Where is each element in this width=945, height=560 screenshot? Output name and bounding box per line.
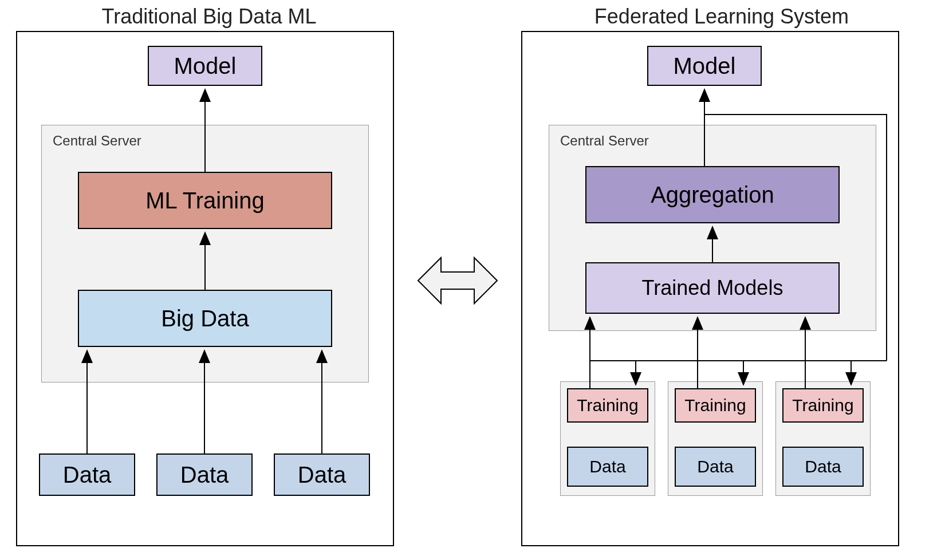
aggregation-label: Aggregation <box>651 182 774 208</box>
client-1-training-label: Training <box>577 396 638 415</box>
right-model-label: Model <box>674 53 736 79</box>
client-2-data-label: Data <box>697 457 733 476</box>
compare-double-arrow <box>418 258 497 303</box>
left-model-label: Model <box>174 53 237 79</box>
client-1-data-label: Data <box>589 457 625 476</box>
big-data-box: Big Data <box>78 290 332 347</box>
trained-models-box: Trained Models <box>585 262 840 314</box>
left-server-label: Central Server <box>53 133 141 149</box>
right-model-box: Model <box>647 46 762 86</box>
client-2-training: Training <box>675 388 756 423</box>
left-data-2-label: Data <box>180 462 229 488</box>
left-data-2: Data <box>156 453 253 496</box>
ml-training-label: ML Training <box>145 188 265 214</box>
client-3-data-label: Data <box>805 457 841 476</box>
client-1-data: Data <box>567 447 648 487</box>
client-3-data: Data <box>782 447 864 487</box>
trained-models-label: Trained Models <box>642 276 783 300</box>
client-3-training-label: Training <box>792 396 853 415</box>
right-title: Federated Learning System <box>578 5 865 29</box>
aggregation-box: Aggregation <box>585 166 840 223</box>
left-data-3: Data <box>274 453 370 496</box>
ml-training-box: ML Training <box>78 172 332 229</box>
left-data-3-label: Data <box>298 462 346 488</box>
client-1-training: Training <box>567 388 648 423</box>
right-server-label: Central Server <box>560 133 649 149</box>
big-data-label: Big Data <box>161 306 249 332</box>
client-3-training: Training <box>782 388 864 423</box>
left-model-box: Model <box>148 46 262 86</box>
client-2-data: Data <box>675 447 756 487</box>
left-data-1-label: Data <box>63 462 112 488</box>
diagram-root: Traditional Big Data ML System Model Cen… <box>0 0 945 560</box>
client-2-training-label: Training <box>684 396 746 415</box>
left-data-1: Data <box>39 453 135 496</box>
